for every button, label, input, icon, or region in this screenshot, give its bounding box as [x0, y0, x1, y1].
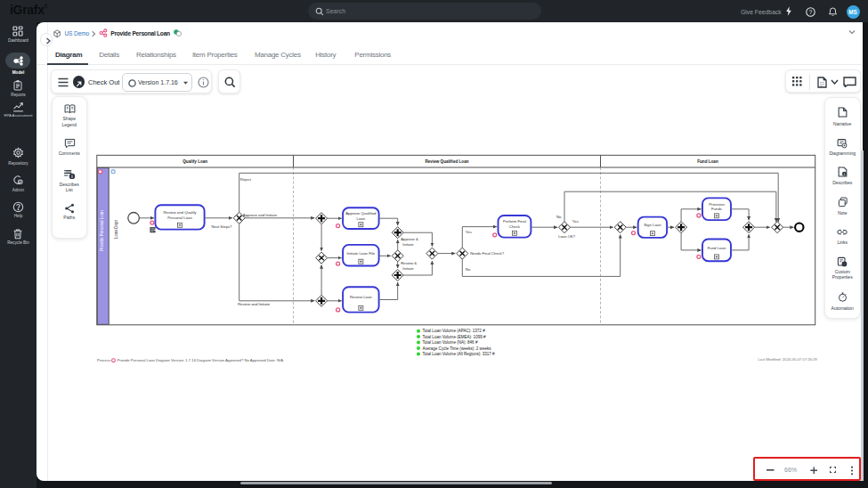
svg-text:Provision: Provision — [709, 202, 725, 207]
svg-text:Total Loan Volume (EMEA): 1099: Total Loan Volume (EMEA): 1099 # — [423, 335, 486, 339]
svg-text:Qualify Loan: Qualify Loan — [183, 159, 207, 164]
svg-text:Review Qualified Loan: Review Qualified Loan — [425, 159, 468, 164]
svg-text:Check: Check — [509, 224, 521, 229]
svg-text:Total Loan Volume (NA): 846 #: Total Loan Volume (NA): 846 # — [423, 340, 478, 345]
svg-text:Review and Qualify: Review and Qualify — [163, 210, 197, 215]
svg-text:Approve Qualified: Approve Qualified — [345, 211, 377, 216]
svg-text:Initiate: Initiate — [402, 242, 414, 247]
svg-text:Funds: Funds — [711, 207, 722, 211]
svg-text:Initiate: Initiate — [402, 266, 414, 271]
svg-text:Loan Dept: Loan Dept — [114, 219, 118, 239]
svg-text:Total Loan Volume (APAC): 1372: Total Loan Volume (APAC): 1372 # — [423, 329, 486, 333]
svg-text:Average Cycle Time (weeks): 2: Average Cycle Time (weeks): 2 weeks — [423, 346, 492, 351]
svg-text:Approve and Initiate: Approve and Initiate — [243, 213, 278, 217]
svg-text:Needs Final Check?: Needs Final Check? — [470, 251, 504, 256]
svg-text:Review Loan: Review Loan — [350, 295, 372, 299]
svg-text:Yes: Yes — [466, 230, 472, 234]
svg-text:Initiate Loan File: Initiate Loan File — [347, 251, 376, 256]
svg-text:Process:: Process: — [97, 358, 111, 362]
svg-text:Review &: Review & — [401, 261, 417, 265]
svg-text:Personal Loan: Personal Loan — [167, 216, 192, 220]
svg-text:Perform Final: Perform Final — [503, 219, 526, 224]
svg-text:Loan: Loan — [357, 216, 366, 221]
svg-text:Reject: Reject — [240, 177, 252, 182]
svg-text:Provide Personal Loan Diagram: Provide Personal Loan Diagram Version: 1… — [118, 358, 284, 362]
svg-text:Fund Loan: Fund Loan — [697, 159, 718, 164]
svg-text:Next Steps?: Next Steps? — [212, 224, 232, 229]
svg-text:No: No — [466, 267, 471, 272]
svg-text:Sign Loan: Sign Loan — [644, 223, 661, 227]
svg-text:Review and Initiate: Review and Initiate — [238, 302, 271, 306]
svg-text:Yes: Yes — [572, 219, 579, 224]
svg-text:Approve &: Approve & — [401, 237, 418, 241]
svg-text:Loan OK?: Loan OK? — [558, 234, 576, 239]
svg-text:Last Modified: 2024-05-07 07:2: Last Modified: 2024-05-07 07:26:29 — [758, 357, 818, 362]
svg-text:Total Loan Volume (All Regions: Total Loan Volume (All Regions): 3317 # — [423, 352, 496, 356]
svg-text:No: No — [556, 215, 562, 219]
svg-text:Fund Loan: Fund Loan — [708, 246, 726, 250]
svg-text:Provide Personal Loan: Provide Personal Loan — [100, 210, 104, 251]
